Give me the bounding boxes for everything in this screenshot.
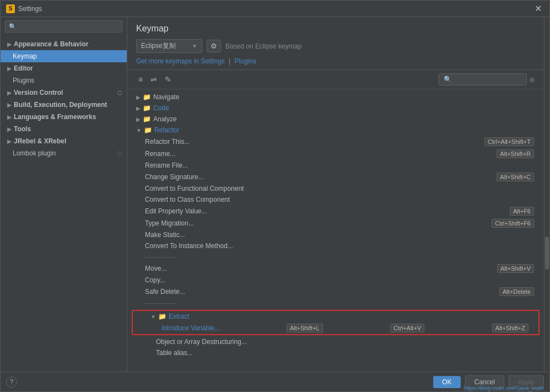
sort2-button[interactable]: ⇌: [148, 74, 159, 85]
sidebar-item-editor[interactable]: ▶ Editor: [1, 62, 127, 74]
ok-button[interactable]: OK: [433, 376, 460, 388]
item-label: Rename File...: [145, 162, 188, 169]
app-icon: S: [6, 4, 15, 13]
tree-item-convert-instance[interactable]: Convert To Instance Method...: [127, 240, 544, 251]
sidebar-item-label: Languages & Frameworks: [14, 113, 96, 121]
shortcut-badge: Alt+Delete: [499, 287, 534, 296]
tree-item-convert-class[interactable]: Convert to Class Component: [127, 194, 544, 205]
page-title: Keymap: [136, 24, 535, 34]
sidebar-item-version-control[interactable]: ▶ Version Control ⬡: [1, 87, 127, 99]
tree-item-change-signature[interactable]: Change Signature... Alt+Shift+C: [127, 171, 544, 183]
sidebar-item-label: Version Control: [14, 89, 63, 96]
panel-toolbar: ≡ ⇌ ✎ ⊕: [127, 70, 544, 89]
tree-group-extract[interactable]: ▼ 📁 Extract: [133, 311, 538, 322]
sidebar-item-label: Lombok plugin: [13, 149, 56, 157]
folder-icon: 📁: [158, 313, 166, 320]
item-label: Safe Delete...: [145, 288, 185, 296]
keymap-dropdown[interactable]: Eclipse复制 ▼: [136, 39, 202, 53]
shortcut-badge: Alt+Shift+V: [497, 264, 534, 273]
edit-button[interactable]: ✎: [163, 74, 174, 85]
group-label: Analyze: [153, 115, 177, 123]
item-label: Copy...: [145, 276, 165, 284]
sidebar-item-lombok[interactable]: Lombok plugin ⬡: [1, 147, 127, 159]
scrollbar-thumb[interactable]: [545, 237, 549, 270]
item-label: Refactor This...: [145, 138, 190, 146]
tree-item-copy[interactable]: Copy...: [127, 275, 544, 286]
folder-icon: 📁: [143, 93, 151, 101]
arrow-icon: ▶: [7, 138, 12, 144]
tree-item-object-destructuring[interactable]: Object or Array Destructuring...: [127, 336, 544, 347]
sidebar-search[interactable]: 🔍: [5, 20, 122, 33]
item-label: Type Migration...: [145, 219, 194, 227]
external-icon: ⬡: [117, 90, 122, 96]
sidebar: 🔍 ▶ Appearance & Behavior Keymap ▶ Edito…: [1, 17, 127, 372]
folder-icon: 📁: [144, 126, 152, 134]
tree-item-move[interactable]: Move... Alt+Shift+V: [127, 262, 544, 275]
group-label: Code: [153, 104, 169, 112]
group-label: Refactor: [154, 126, 179, 134]
item-label: Change Signature...: [145, 173, 204, 181]
sidebar-item-keymap[interactable]: Keymap: [1, 50, 127, 62]
search-input[interactable]: [439, 73, 527, 85]
sidebar-item-label: Plugins: [13, 77, 34, 84]
tree-item-refactor-this[interactable]: Refactor This... Ctrl+Alt+Shift+T: [127, 136, 544, 148]
item-label: Object or Array Destructuring...: [156, 338, 247, 346]
shortcut-badge-2: Ctrl+Alt+V: [390, 324, 424, 332]
sidebar-item-plugins[interactable]: Plugins: [1, 74, 127, 87]
item-label: Rename...: [145, 150, 175, 158]
tree-item-rename[interactable]: Rename... Alt+Shift+R: [127, 148, 544, 160]
separator2: --------------: [127, 298, 544, 309]
item-label: Move...: [145, 265, 166, 272]
keymap-links: Get more keymaps in Settings | Plugins: [136, 57, 535, 65]
tree-item-introduce-variable[interactable]: Introduce Variable... Alt+Shift+L Ctrl+A…: [133, 322, 538, 334]
window-title: Settings: [18, 5, 532, 13]
help-button[interactable]: ?: [6, 377, 17, 388]
sidebar-search-input[interactable]: [19, 23, 118, 30]
plugins-link[interactable]: Plugins: [235, 57, 256, 65]
tree-item-table-alias[interactable]: Table alias...: [127, 347, 544, 358]
get-more-keymaps-link[interactable]: Get more keymaps in Settings: [136, 57, 225, 65]
separator: --------------: [127, 251, 544, 262]
shortcut-badge: Ctrl+Shift+F6: [492, 219, 534, 228]
sort-button[interactable]: ≡: [136, 74, 145, 85]
sidebar-item-tools[interactable]: ▶ Tools: [1, 123, 127, 135]
folder-icon: 📁: [143, 104, 151, 112]
arrow-icon: ▶: [7, 66, 12, 72]
arrow-icon: ▶: [136, 105, 141, 111]
tree-item-type-migration[interactable]: Type Migration... Ctrl+Shift+F6: [127, 217, 544, 229]
panel-header: Keymap Eclipse复制 ▼ ⚙ Based on Eclipse ke…: [127, 17, 544, 70]
sidebar-item-label: Appearance & Behavior: [14, 40, 88, 48]
sidebar-item-label: Build, Execution, Deployment: [14, 101, 107, 109]
search-icon[interactable]: ⊕: [529, 76, 535, 84]
sidebar-item-appearance[interactable]: ▶ Appearance & Behavior: [1, 38, 127, 50]
sidebar-item-build[interactable]: ▶ Build, Execution, Deployment: [1, 99, 127, 111]
toolbar-search: ⊕: [439, 73, 535, 85]
scrollbar[interactable]: [544, 17, 549, 372]
sidebar-item-jrebel[interactable]: ▶ JRebel & XRebel: [1, 135, 127, 147]
arrow-icon: ▼: [150, 314, 156, 320]
sidebar-item-languages[interactable]: ▶ Languages & Frameworks: [1, 111, 127, 123]
keymap-selector: Eclipse复制 ▼ ⚙ Based on Eclipse keymap: [136, 39, 535, 53]
sidebar-item-label: Editor: [14, 65, 33, 72]
tree-item-rename-file[interactable]: Rename File...: [127, 160, 544, 171]
shortcut-badge-1: Alt+Shift+L: [287, 324, 323, 332]
tree-group-analyze[interactable]: ▶ 📁 Analyze: [127, 114, 544, 125]
item-label: Convert to Functional Component: [145, 185, 244, 192]
item-label: Edit Property Value...: [145, 207, 207, 215]
tree-item-convert-functional[interactable]: Convert to Functional Component: [127, 183, 544, 194]
tree-group-navigate[interactable]: ▶ 📁 Navigate: [127, 92, 544, 103]
tree-item-edit-property[interactable]: Edit Property Value... Alt+F6: [127, 205, 544, 217]
url-bar: https://blog.csdn.net/Cjava_math: [463, 385, 544, 391]
tree-item-make-static[interactable]: Make Static...: [127, 229, 544, 240]
sidebar-list: ▶ Appearance & Behavior Keymap ▶ Editor …: [1, 36, 127, 372]
gear-button[interactable]: ⚙: [207, 40, 221, 52]
main-panel: Keymap Eclipse复制 ▼ ⚙ Based on Eclipse ke…: [127, 17, 544, 372]
tree-group-refactor[interactable]: ▼ 📁 Refactor: [127, 125, 544, 136]
tree-group-code[interactable]: ▶ 📁 Code: [127, 103, 544, 114]
keymap-tree: ▶ 📁 Navigate ▶ 📁 Code ▶ 📁 Analyze: [127, 89, 544, 372]
bottom-left: ?: [6, 377, 17, 388]
item-label: Make Static...: [145, 231, 185, 239]
tree-item-safe-delete[interactable]: Safe Delete... Alt+Delete: [127, 286, 544, 298]
close-button[interactable]: ✕: [532, 3, 544, 14]
item-label: Introduce Variable...: [161, 324, 220, 332]
